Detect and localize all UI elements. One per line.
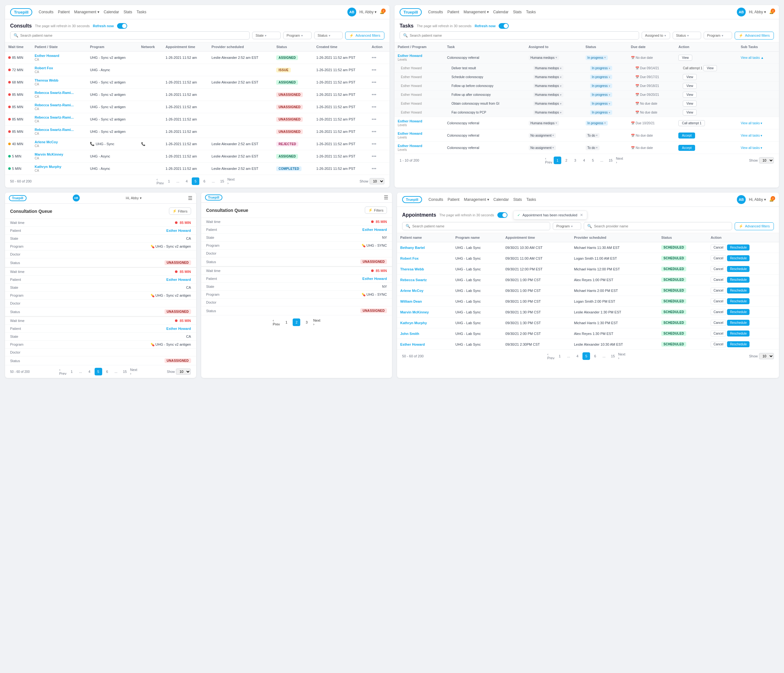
appt-patient-link[interactable]: Rebecca Swartz (400, 278, 427, 282)
appt-cancel-btn[interactable]: Cancel (711, 331, 726, 337)
cq-patient-link[interactable]: Esther Howard (166, 327, 191, 331)
appt-auto-refresh-toggle[interactable] (497, 212, 507, 218)
action-menu-btn[interactable]: ••• (372, 104, 376, 109)
tasks-program-select[interactable]: Program ▾ (704, 32, 732, 39)
subtask-view-btn[interactable]: View (683, 83, 697, 89)
subtask-view-btn[interactable]: View (683, 92, 697, 98)
appt-nav-tasks[interactable]: Tasks (526, 197, 536, 202)
tasks-page-2[interactable]: 2 (563, 157, 570, 164)
action-menu-btn[interactable]: ••• (372, 129, 376, 134)
appt-reschedule-btn[interactable]: Reschedule (727, 341, 750, 347)
subtask-assignee-select[interactable]: Humana medops ▾ (533, 110, 563, 115)
subtask-status-select[interactable]: In progress ▾ (590, 75, 612, 79)
cq1-p5[interactable]: 5 (95, 368, 102, 375)
prev-btn[interactable]: ‹ Prev (156, 177, 164, 185)
subtask-status-select[interactable]: In progress ▾ (590, 110, 612, 115)
tasks-next-btn[interactable]: Next › (616, 157, 623, 164)
patient-name-link[interactable]: Rebecca Swartz-Rami... (35, 115, 74, 119)
tasks-nav-calendar[interactable]: Calendar (493, 10, 509, 14)
cq2-p3[interactable]: 3 (303, 319, 310, 326)
cq1-p4[interactable]: 4 (86, 368, 93, 375)
tasks-refresh-btn[interactable]: Refresh now (474, 24, 495, 28)
cq-patient-link[interactable]: Esther Howard (166, 278, 191, 281)
task-patient-link[interactable]: Esther Howard (398, 119, 422, 123)
appt-cancel-btn[interactable]: Cancel (711, 266, 726, 272)
task-status-select[interactable]: To do ▾ (586, 146, 600, 150)
nav-stats[interactable]: Stats (123, 10, 132, 14)
appt-patient-link[interactable]: Arlene McCoy (400, 289, 423, 292)
nav-patient[interactable]: Patient (58, 10, 70, 14)
task-assignee-select[interactable]: No assignment ▾ (529, 146, 556, 150)
show-count-select[interactable]: 102550 (370, 178, 384, 184)
tasks-show-count-select[interactable]: 102550 (759, 157, 774, 163)
subtask-view-btn[interactable]: View (703, 65, 717, 71)
appt-reschedule-btn[interactable]: Reschedule (727, 309, 750, 315)
cq2-p2[interactable]: 2 (292, 319, 300, 326)
appt-cancel-btn[interactable]: Cancel (711, 288, 726, 294)
consults-adv-filter-btn[interactable]: ⚡ Advanced filters (345, 32, 384, 39)
patient-name-link[interactable]: Robert Fox (35, 66, 53, 70)
appt-cancel-btn[interactable]: Cancel (711, 320, 726, 326)
cq2-p1[interactable]: 1 (283, 319, 290, 326)
subtask-view-btn[interactable]: View (683, 74, 697, 80)
patient-name-link[interactable]: Rebecca Swartz-Rami... (35, 91, 74, 95)
cq-patient-link[interactable]: Esther Howard (362, 228, 387, 232)
subtask-assignee-select[interactable]: Humana medops ▾ (533, 101, 563, 106)
consults-auto-refresh-toggle[interactable] (117, 23, 127, 29)
nav-calendar[interactable]: Calendar (104, 10, 119, 14)
cq2-prev[interactable]: ‹ Prev (272, 319, 280, 326)
page-4[interactable]: 4 (183, 177, 190, 185)
appt-p15[interactable]: 15 (609, 352, 617, 360)
tasks-nav-tasks[interactable]: Tasks (526, 10, 536, 14)
subtask-status-select[interactable]: In progress ▾ (590, 66, 612, 70)
task-accept-btn[interactable]: Accept (678, 145, 695, 151)
task-assignee-select[interactable]: No assignment ▾ (529, 133, 556, 138)
cq-patient-link[interactable]: Esther Howard (166, 228, 191, 232)
subtask-assignee-select[interactable]: Humana medops ▾ (533, 84, 563, 88)
appt-search-provider-input[interactable] (594, 224, 728, 228)
tasks-nav-consults[interactable]: Consults (428, 10, 443, 14)
appt-nav-consults[interactable]: Consults (428, 197, 443, 202)
appt-notif-icon[interactable]: 🔔 2 (769, 197, 774, 202)
appt-program-select[interactable]: Program ▾ (553, 222, 581, 230)
appt-patient-link[interactable]: Marvin McKinney (400, 310, 429, 314)
tasks-page-4[interactable]: 4 (580, 157, 588, 164)
task-status-select[interactable]: In progress ▾ (586, 55, 608, 60)
subtask-assignee-select[interactable]: Humana medops ▾ (533, 92, 563, 97)
appt-cancel-btn[interactable]: Cancel (711, 255, 726, 261)
cq1-menu-icon[interactable]: ☰ (188, 195, 192, 201)
task-view-all-btn[interactable]: View all tasks ▾ (740, 121, 762, 125)
cq2-filter-btn[interactable]: ⚡ Filters (365, 207, 387, 214)
task-view-btn[interactable]: Call attempt 1 (678, 120, 705, 126)
action-menu-btn[interactable]: ••• (372, 141, 376, 146)
task-status-select[interactable]: In progress ▾ (586, 121, 608, 126)
appt-reschedule-btn[interactable]: Reschedule (727, 320, 750, 326)
patient-name-link[interactable]: Theresa Webb (35, 78, 59, 82)
cq2-next[interactable]: Next › (313, 319, 320, 326)
appt-p4[interactable]: 4 (574, 352, 581, 360)
appt-cancel-btn[interactable]: Cancel (711, 277, 726, 283)
action-menu-btn[interactable]: ••• (372, 92, 376, 97)
action-menu-btn[interactable]: ••• (372, 67, 376, 72)
appt-reschedule-btn[interactable]: Reschedule (727, 331, 750, 337)
appt-next-btn[interactable]: Next › (618, 352, 625, 360)
action-menu-btn[interactable]: ••• (372, 117, 376, 122)
cq1-show-select[interactable]: 10 (176, 368, 191, 375)
appt-prev-btn[interactable]: ‹ Prev (547, 352, 555, 360)
task-patient-link[interactable]: Esther Howard (398, 54, 422, 58)
appt-nav-management[interactable]: Management ▾ (464, 197, 489, 202)
toast-close-btn[interactable]: ✕ (580, 213, 583, 217)
tasks-notif-icon[interactable]: 🔔 2 (769, 10, 774, 14)
appt-p6[interactable]: 6 (591, 352, 599, 360)
tasks-search-input[interactable] (410, 34, 636, 37)
page-1[interactable]: 1 (165, 177, 173, 185)
appt-search-patient-input[interactable] (412, 224, 547, 228)
tasks-status-select[interactable]: Status ▾ (673, 32, 701, 39)
tasks-nav-patient[interactable]: Patient (447, 10, 459, 14)
tasks-adv-filter-btn[interactable]: ⚡ Advanced filters (735, 32, 774, 39)
action-menu-btn[interactable]: ••• (372, 80, 376, 85)
tasks-nav-stats[interactable]: Stats (513, 10, 521, 14)
cq2-menu-icon[interactable]: ☰ (384, 194, 388, 201)
appt-show-select[interactable]: 1025 (759, 353, 774, 359)
cq-patient-link[interactable]: Esther Howard (362, 277, 387, 281)
